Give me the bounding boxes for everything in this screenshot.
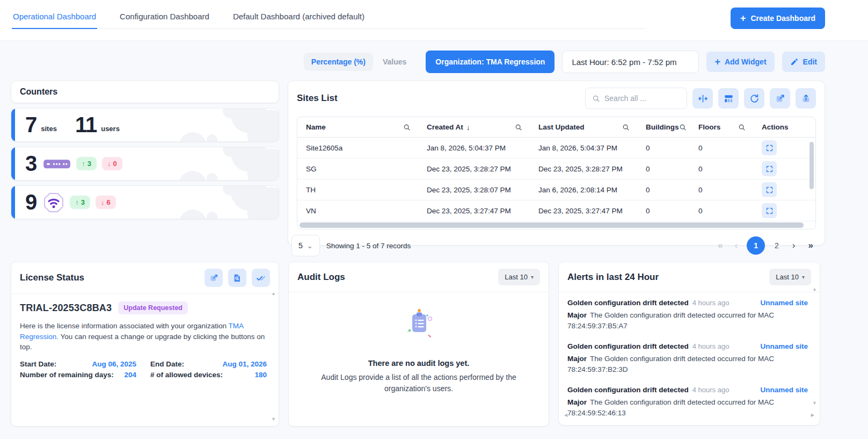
column-header-last-updated[interactable]: Last Updated bbox=[538, 123, 646, 131]
alerts-filter-dropdown[interactable]: Last 10 ▾ bbox=[769, 269, 811, 285]
license-header: License Status bbox=[11, 262, 279, 294]
counter-card-switches[interactable]: 3 ↑ 3 ↓ 0 bbox=[11, 147, 279, 181]
create-dashboard-button[interactable]: + Create Dashboard bbox=[731, 8, 825, 29]
switches-down-badge: ↓ 0 bbox=[102, 157, 122, 170]
manage-columns-button[interactable] bbox=[718, 88, 739, 109]
audit-filter-dropdown[interactable]: Last 10 ▾ bbox=[498, 269, 540, 285]
site-name-cell[interactable]: Site12605a bbox=[306, 144, 427, 152]
created-at-cell: Dec 23, 2025, 3:27:47 PM bbox=[427, 207, 538, 215]
sort-descending-icon[interactable]: ↓ bbox=[466, 123, 470, 132]
column-search-icon[interactable] bbox=[622, 124, 630, 131]
edit-dashboard-button[interactable]: Edit bbox=[782, 52, 825, 72]
tab-default-dashboard[interactable]: Default Dashboard (archived default) bbox=[232, 8, 366, 28]
expand-site-button[interactable] bbox=[762, 203, 777, 218]
site-name-cell[interactable]: TH bbox=[306, 186, 427, 194]
main-row: Counters 7 sites 11 users 3 ↑ 3 ↓ 0 bbox=[0, 73, 868, 246]
alert-site-link[interactable]: Unnamed site bbox=[760, 299, 808, 307]
counter-card-access-points[interactable]: 9 ↑ 3 ↓ 6 bbox=[11, 185, 279, 219]
scroll-left-icon[interactable]: ◀ bbox=[564, 413, 567, 418]
caret-down-icon: ▾ bbox=[802, 274, 805, 280]
table-row[interactable]: SG Dec 23, 2025, 3:28:27 PM Dec 23, 2025… bbox=[297, 159, 815, 179]
list-item[interactable]: Golden configuration drift detected 4 ho… bbox=[567, 342, 808, 375]
expand-site-button[interactable] bbox=[762, 182, 777, 197]
export-button[interactable] bbox=[796, 88, 816, 109]
expand-site-button[interactable] bbox=[762, 140, 777, 155]
column-search-icon[interactable] bbox=[515, 124, 522, 131]
counter-card-sites-users[interactable]: 7 sites 11 users bbox=[11, 108, 279, 142]
column-resize-button[interactable] bbox=[692, 88, 713, 109]
page-1-button[interactable]: 1 bbox=[747, 236, 765, 255]
scrollbar-thumb[interactable] bbox=[809, 142, 814, 189]
vertical-scrollbar[interactable] bbox=[809, 139, 814, 220]
first-page-button[interactable]: « bbox=[714, 239, 725, 252]
arrow-up-icon: ↑ bbox=[75, 198, 79, 206]
last-page-button[interactable]: » bbox=[805, 239, 816, 252]
access-points-down-count: 6 bbox=[106, 198, 110, 206]
tab-configuration-dashboard[interactable]: Configuration Dashboard bbox=[119, 8, 210, 28]
column-header-buildings[interactable]: Buildings bbox=[646, 123, 698, 131]
created-at-cell: Jan 8, 2026, 5:04:37 PM bbox=[427, 144, 538, 152]
refresh-icon bbox=[749, 93, 760, 104]
site-name-cell[interactable]: SG bbox=[306, 165, 427, 173]
license-review-button[interactable] bbox=[228, 269, 246, 287]
next-page-button[interactable]: › bbox=[789, 239, 799, 252]
plus-icon: + bbox=[740, 13, 746, 23]
alert-site-link[interactable]: Unnamed site bbox=[760, 386, 808, 394]
alert-time: 4 hours ago bbox=[692, 386, 730, 394]
alert-severity: Major bbox=[567, 311, 587, 319]
start-date-label: Start Date: bbox=[20, 360, 56, 368]
values-toggle[interactable]: Values bbox=[375, 53, 414, 71]
page-size-value: 5 bbox=[298, 241, 303, 250]
switch-device-icon bbox=[43, 157, 71, 170]
organization-selector-button[interactable]: Organization: TMA Regression bbox=[426, 51, 555, 73]
column-search-icon[interactable] bbox=[738, 124, 746, 131]
table-row[interactable]: TH Dec 23, 2025, 3:28:07 PM Jan 6, 2026,… bbox=[297, 179, 815, 200]
alert-site-link[interactable]: Unnamed site bbox=[760, 342, 808, 350]
arrow-down-icon: ↓ bbox=[107, 160, 111, 168]
percentage-toggle[interactable]: Percentage (%) bbox=[304, 53, 373, 71]
list-item[interactable]: Golden configuration drift detected 4 ho… bbox=[567, 299, 808, 331]
page-2-button[interactable]: 2 bbox=[770, 240, 783, 251]
license-end-date-row: End Date: Aug 01, 2026 bbox=[150, 360, 267, 368]
scroll-down-icon[interactable]: ▼ bbox=[271, 417, 276, 422]
license-description-text: Here is the license information associat… bbox=[20, 322, 228, 330]
access-points-count: 9 bbox=[25, 190, 37, 214]
expand-site-button[interactable] bbox=[762, 161, 777, 176]
scroll-right-icon[interactable]: ▶ bbox=[811, 413, 814, 418]
site-name-cell[interactable]: VN bbox=[306, 207, 427, 215]
time-range-picker[interactable]: Last Hour: 6:52 pm - 7:52 pm bbox=[562, 51, 699, 73]
tab-operational-dashboard[interactable]: Operational Dashboard bbox=[12, 8, 97, 29]
column-search-icon[interactable] bbox=[403, 124, 411, 131]
license-approve-button[interactable] bbox=[252, 269, 270, 287]
scroll-up-icon[interactable]: ▲ bbox=[271, 291, 276, 296]
column-label: Actions bbox=[762, 123, 789, 131]
alerts-title: Alerts in last 24 Hour bbox=[567, 272, 659, 283]
alert-title: Golden configuration drift detected bbox=[567, 386, 689, 394]
add-widget-button[interactable]: + Add Widget bbox=[706, 52, 774, 72]
open-fullscreen-button[interactable] bbox=[770, 88, 790, 109]
switches-count: 3 bbox=[25, 152, 37, 176]
sites-search-input[interactable] bbox=[604, 94, 674, 103]
scrollbar-thumb[interactable] bbox=[300, 222, 804, 228]
column-header-floors[interactable]: Floors bbox=[698, 123, 762, 131]
column-header-created-at[interactable]: Created At ↓ bbox=[427, 123, 538, 132]
audit-filter-value: Last 10 bbox=[505, 273, 528, 281]
caret-down-icon: ▾ bbox=[531, 274, 534, 280]
open-in-new-icon bbox=[775, 93, 785, 104]
column-search-icon[interactable] bbox=[679, 124, 687, 131]
columns-icon bbox=[724, 93, 734, 104]
page-size-select[interactable]: 5 ⌄ bbox=[291, 235, 320, 256]
table-row[interactable]: VN Dec 23, 2025, 3:27:47 PM Dec 23, 2025… bbox=[297, 200, 815, 221]
previous-page-button[interactable]: ‹ bbox=[731, 239, 741, 252]
refresh-button[interactable] bbox=[744, 88, 764, 109]
table-row[interactable]: Site12605a Jan 8, 2026, 5:04:37 PM Jan 8… bbox=[297, 138, 815, 159]
top-bar: Operational Dashboard Configuration Dash… bbox=[0, 0, 868, 41]
license-open-button[interactable] bbox=[205, 269, 223, 287]
license-id: TRIAL-20253C8BA3 bbox=[20, 303, 112, 314]
scroll-down-icon[interactable]: ▼ bbox=[812, 401, 817, 406]
horizontal-scrollbar[interactable] bbox=[297, 221, 815, 229]
column-header-name[interactable]: Name bbox=[306, 123, 427, 131]
add-widget-label: Add Widget bbox=[725, 57, 767, 66]
plus-icon: + bbox=[714, 57, 720, 67]
scroll-up-icon[interactable]: ▲ bbox=[812, 287, 817, 292]
